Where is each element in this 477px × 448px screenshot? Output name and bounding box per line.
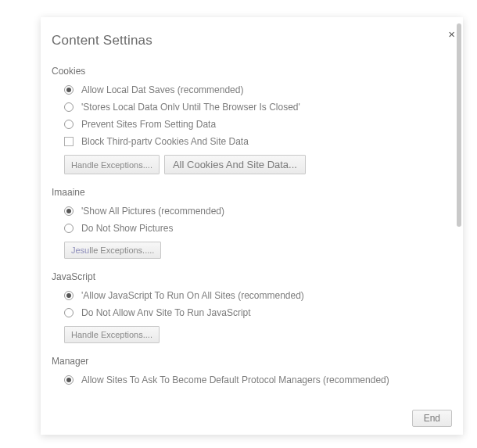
button-rest: lle Exceptions..... <box>89 246 154 255</box>
button-prefix: Jesu <box>71 246 89 255</box>
radio-row[interactable]: 'Allow JavaScript To Run On All Sites (r… <box>64 290 446 301</box>
radio-icon[interactable] <box>64 206 74 216</box>
radio-icon[interactable] <box>64 224 74 233</box>
radio-icon[interactable] <box>64 85 74 95</box>
end-button[interactable]: End <box>412 410 452 427</box>
section-label-javascript: JavaScript <box>52 271 446 282</box>
checkbox-icon[interactable] <box>64 137 74 146</box>
radio-icon[interactable] <box>64 102 74 112</box>
section-manager: Manager Allow Sites To Ask To Become Def… <box>52 356 446 385</box>
radio-label: 'Allow JavaScript To Run On All Sites (r… <box>81 290 304 301</box>
section-label-imagine: Imaaine <box>52 187 446 198</box>
section-label-cookies: Cookies <box>52 66 446 77</box>
radio-label: 'Stores Local Data Onlv Until The Browse… <box>81 102 300 113</box>
dialog-footer: End <box>412 410 452 427</box>
radio-label: Do Not Show Pictures <box>81 223 173 234</box>
section-cookies: Cookies Allow Local Dat Saves (recommend… <box>52 66 446 174</box>
checkbox-row[interactable]: Block Third-partv Cookies And Site Data <box>64 136 446 147</box>
dialog-title: Content Settinas <box>52 33 446 48</box>
scrollbar-thumb[interactable] <box>457 23 461 227</box>
content-settings-dialog: × Content Settinas Cookies Allow Local D… <box>41 17 463 435</box>
section-label-manager: Manager <box>52 356 446 367</box>
radio-label: Allow Local Dat Saves (recommended) <box>81 84 243 95</box>
all-cookies-button[interactable]: All Cookies And Site Data... <box>164 155 306 174</box>
radio-row[interactable]: Do Not Allow Anv Site To Run JavaScript <box>64 307 446 318</box>
handle-exceptions-button[interactable]: Jesulle Exceptions..... <box>64 242 161 259</box>
radio-row[interactable]: 'Show All Pictures (recommended) <box>64 206 446 217</box>
radio-icon[interactable] <box>64 308 74 317</box>
radio-icon[interactable] <box>64 120 74 129</box>
radio-icon[interactable] <box>64 291 74 300</box>
checkbox-label: Block Third-partv Cookies And Site Data <box>81 136 249 147</box>
handle-exceptions-button[interactable]: Handle Exceptions.... <box>64 155 160 174</box>
radio-label: Allow Sites To Ask To Become Default Pro… <box>81 375 389 385</box>
radio-row[interactable]: Allow Local Dat Saves (recommended) <box>64 84 446 95</box>
scrollbar-track[interactable] <box>457 23 461 400</box>
radio-row[interactable]: Do Not Show Pictures <box>64 223 446 234</box>
radio-label: Prevent Sites From Setting Data <box>81 119 216 130</box>
section-javascript: JavaScript 'Allow JavaScript To Run On A… <box>52 271 446 343</box>
radio-row[interactable]: Allow Sites To Ask To Become Default Pro… <box>64 375 446 385</box>
dialog-body: Content Settinas Cookies Allow Local Dat… <box>41 17 457 400</box>
radio-label: Do Not Allow Anv Site To Run JavaScript <box>81 307 251 318</box>
radio-label: 'Show All Pictures (recommended) <box>81 206 224 217</box>
radio-row[interactable]: Prevent Sites From Setting Data <box>64 119 446 130</box>
section-imagine: Imaaine 'Show All Pictures (recommended)… <box>52 187 446 259</box>
handle-exceptions-button[interactable]: Handle Exceptions.... <box>64 326 160 343</box>
radio-icon[interactable] <box>64 375 74 385</box>
radio-row[interactable]: 'Stores Local Data Onlv Until The Browse… <box>64 102 446 113</box>
